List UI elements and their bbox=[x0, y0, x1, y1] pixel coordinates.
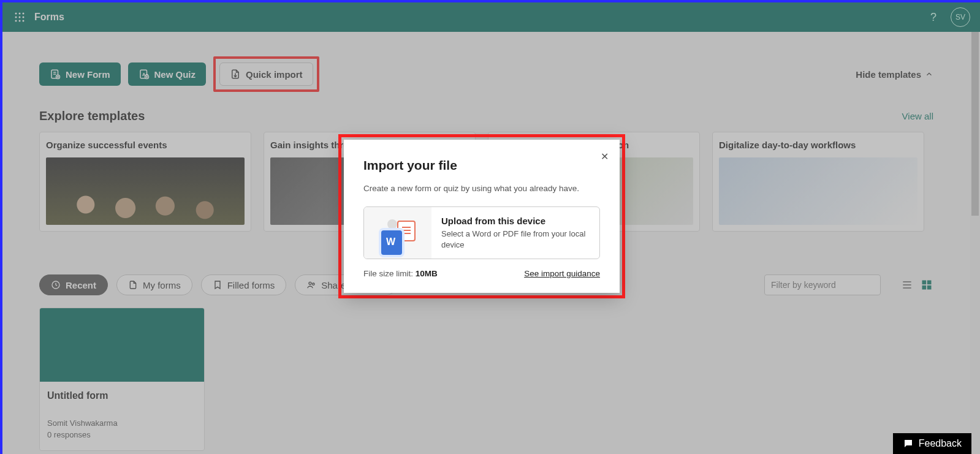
feedback-button[interactable]: Feedback bbox=[893, 433, 971, 454]
upload-illustration bbox=[364, 207, 431, 259]
import-modal: ✕ Import your file Create a new form or … bbox=[344, 140, 620, 293]
upload-from-device[interactable]: Upload from this device Select a Word or… bbox=[363, 206, 600, 259]
file-size-limit: File size limit: 10MB bbox=[363, 269, 438, 278]
chat-icon bbox=[903, 438, 914, 449]
modal-subtitle: Create a new form or quiz by using what … bbox=[363, 184, 600, 193]
modal-highlight: ✕ Import your file Create a new form or … bbox=[338, 134, 625, 298]
feedback-label: Feedback bbox=[919, 438, 962, 449]
upload-title: Upload from this device bbox=[441, 216, 590, 226]
modal-title: Import your file bbox=[363, 158, 600, 173]
upload-subtitle: Select a Word or PDF file from your loca… bbox=[441, 229, 590, 250]
import-guidance-link[interactable]: See import guidance bbox=[524, 269, 600, 278]
close-icon[interactable]: ✕ bbox=[601, 151, 609, 162]
